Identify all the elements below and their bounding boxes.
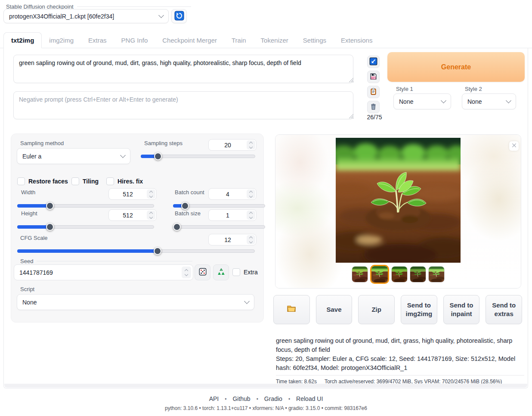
batch-count-input[interactable]: 4 <box>208 188 257 200</box>
cfg-scale-input[interactable]: 12 <box>208 234 257 245</box>
height-input[interactable]: 512 <box>108 209 157 221</box>
hires-fix-checkbox[interactable] <box>106 177 114 185</box>
stepper-arrows[interactable] <box>147 211 155 220</box>
footer-link-api[interactable]: API <box>209 395 219 402</box>
footer-link-reload-ui[interactable]: Reload UI <box>296 395 323 402</box>
style2-dropdown[interactable]: None <box>462 93 516 109</box>
extra-seed-checkbox[interactable] <box>232 268 240 276</box>
negative-prompt-input[interactable] <box>13 91 353 119</box>
cfg-scale-slider[interactable] <box>17 247 255 255</box>
script-label: Script <box>20 286 34 292</box>
chevron-down-icon <box>120 152 126 158</box>
gallery-thumbnail[interactable] <box>370 265 389 284</box>
send-to-inpaint-button[interactable]: Send to inpaint <box>443 295 480 324</box>
zip-button[interactable]: Zip <box>358 295 395 324</box>
output-actions: Save Zip Send to img2img Send to inpaint… <box>273 295 522 324</box>
random-seed-button[interactable] <box>195 264 210 280</box>
sampling-method-dropdown[interactable]: Euler a <box>17 148 130 164</box>
batch-size-input[interactable]: 1 <box>208 209 257 221</box>
slider-handle[interactable] <box>46 223 54 231</box>
tab-train[interactable]: Train <box>224 33 254 48</box>
slider-handle[interactable] <box>181 202 189 210</box>
tab-settings[interactable]: Settings <box>296 33 334 48</box>
panel-bottom-strip <box>4 384 527 388</box>
refresh-checkpoint-button[interactable] <box>171 9 187 23</box>
clipboard-icon <box>369 87 377 97</box>
sampling-steps-input[interactable]: 20 <box>208 139 257 151</box>
gallery-thumbnail[interactable] <box>410 266 426 283</box>
slider-handle[interactable] <box>154 247 161 255</box>
width-slider[interactable] <box>17 202 154 210</box>
refresh-icon <box>174 11 184 22</box>
tab-png-info[interactable]: PNG Info <box>114 33 155 48</box>
generate-button[interactable]: Generate <box>387 52 525 82</box>
stepper-arrows[interactable] <box>247 189 255 199</box>
hires-fix-label: Hires. fix <box>118 178 143 185</box>
recycle-icon <box>217 267 226 278</box>
slider-handle[interactable] <box>173 223 181 231</box>
style2-label: Style 2 <box>465 86 482 92</box>
width-label: Width <box>21 189 35 196</box>
stepper-arrows[interactable] <box>247 235 255 244</box>
stepper-arrows[interactable] <box>147 189 155 199</box>
tab-extensions[interactable]: Extensions <box>334 33 380 48</box>
script-value: None <box>22 299 37 306</box>
generated-image[interactable] <box>336 138 461 263</box>
height-label: Height <box>21 210 37 217</box>
batch-count-slider[interactable] <box>173 202 265 210</box>
tab-tokenizer[interactable]: Tokenizer <box>254 33 296 48</box>
apply-style-button[interactable] <box>367 86 380 98</box>
slider-handle[interactable] <box>46 202 54 210</box>
stepper-arrows[interactable] <box>247 211 255 220</box>
tab-img2img[interactable]: img2img <box>42 33 81 48</box>
stable-diffusion-webui: Stable Diffusion checkpoint protogenX34O… <box>0 0 532 416</box>
version-info: python: 3.10.6 • torch: 1.13.1+cu117 • x… <box>0 405 532 411</box>
restore-faces-checkbox[interactable] <box>17 177 25 185</box>
open-output-folder-button[interactable] <box>273 295 310 324</box>
gallery-thumbnail[interactable] <box>428 266 445 283</box>
reuse-seed-button[interactable] <box>213 264 229 280</box>
sampling-method-label: Sampling method <box>20 140 64 146</box>
seed-label: Seed <box>20 258 33 264</box>
save-button[interactable]: Save <box>316 295 353 324</box>
stepper-arrows[interactable] <box>247 140 255 149</box>
paste-arrow-icon <box>369 57 377 67</box>
label-divider-line <box>77 6 191 7</box>
checkpoint-dropdown[interactable]: protogenX34OfficialR_1.ckpt [60fe2f34] <box>3 9 169 23</box>
footer-link-github[interactable]: Github <box>232 395 250 402</box>
clear-prompt-button[interactable] <box>367 101 380 113</box>
tab-txt2img[interactable]: txt2img <box>3 32 42 48</box>
generation-settings-panel: Sampling method Euler a Sampling steps 2… <box>11 133 264 323</box>
seed-input[interactable]: 1441787169 <box>14 264 193 280</box>
paste-generation-params-button[interactable] <box>367 56 380 68</box>
prompt-input[interactable]: green sapling rowing out of ground, mud,… <box>13 55 353 83</box>
seed-group-label-row: Seed <box>20 258 192 264</box>
chevron-down-icon <box>158 12 164 18</box>
tab-extras[interactable]: Extras <box>81 33 114 48</box>
batch-count-label: Batch count <box>175 189 204 196</box>
chevron-down-icon <box>506 98 511 103</box>
style1-value: None <box>399 98 413 105</box>
tiling-checkbox[interactable] <box>71 177 79 185</box>
height-slider[interactable] <box>17 223 154 231</box>
save-style-button[interactable] <box>367 71 380 83</box>
script-dropdown[interactable]: None <box>17 294 254 310</box>
send-to-img2img-button[interactable]: Send to img2img <box>401 295 437 324</box>
batch-size-slider[interactable] <box>173 223 265 231</box>
gallery-thumbnail[interactable] <box>352 266 368 283</box>
slider-handle[interactable] <box>154 152 162 160</box>
footer-link-gradio[interactable]: Gradio <box>264 395 282 402</box>
style2-value: None <box>467 98 482 105</box>
close-gallery-button[interactable] <box>509 141 519 151</box>
folder-icon <box>286 303 297 316</box>
sampling-steps-label: Sampling steps <box>144 140 182 146</box>
send-to-extras-button[interactable]: Send to extras <box>486 295 522 324</box>
style1-dropdown[interactable]: None <box>393 93 451 109</box>
stepper-arrows[interactable] <box>182 267 191 278</box>
width-input[interactable]: 512 <box>108 188 157 200</box>
footer-bullet: • <box>225 396 226 402</box>
sampling-steps-slider[interactable] <box>141 152 255 160</box>
gallery-thumbnail[interactable] <box>391 266 408 283</box>
chevron-down-icon <box>441 98 446 103</box>
tab-checkpoint-merger[interactable]: Checkpoint Merger <box>155 33 224 48</box>
